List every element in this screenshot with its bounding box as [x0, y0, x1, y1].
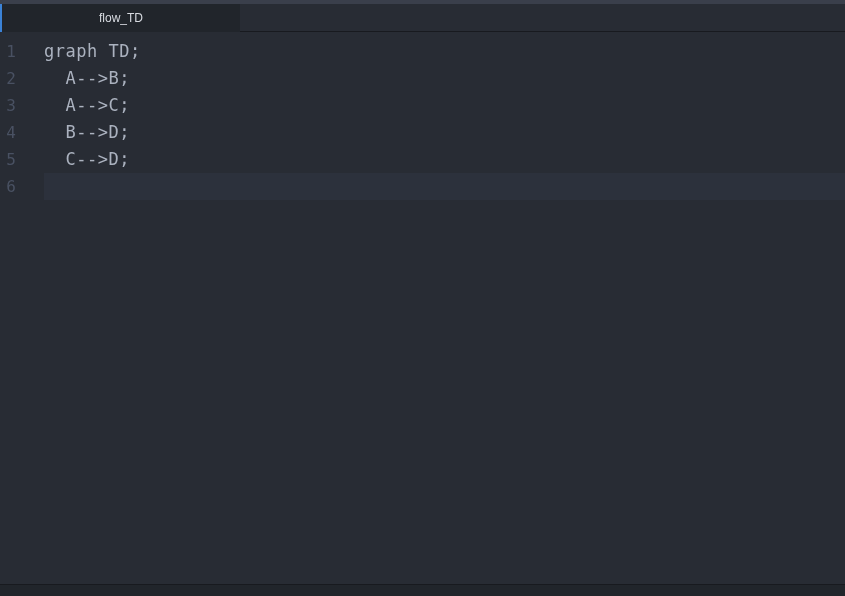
code-area[interactable]: graph TD; A-->B; A-->C; B-->D; C-->D; — [44, 32, 845, 584]
gutter: 1 2 3 4 5 6 — [0, 32, 44, 584]
code-line[interactable]: C-->D; — [44, 146, 845, 173]
code-line[interactable]: B-->D; — [44, 119, 845, 146]
bottom-bar — [0, 584, 845, 596]
line-number: 2 — [0, 65, 44, 92]
line-number: 4 — [0, 119, 44, 146]
code-line[interactable]: A-->C; — [44, 92, 845, 119]
line-number: 3 — [0, 92, 44, 119]
line-number: 5 — [0, 146, 44, 173]
tab-active[interactable]: flow_TD — [0, 4, 240, 32]
tab-label: flow_TD — [99, 11, 143, 25]
code-line[interactable]: A-->B; — [44, 65, 845, 92]
tab-bar: flow_TD — [0, 4, 845, 32]
tab-bar-empty — [240, 4, 845, 32]
line-number: 1 — [0, 38, 44, 65]
editor-area[interactable]: 1 2 3 4 5 6 graph TD; A-->B; A-->C; B-->… — [0, 32, 845, 584]
code-line[interactable]: graph TD; — [44, 38, 845, 65]
line-number: 6 — [0, 173, 44, 200]
code-line-active[interactable] — [44, 173, 845, 200]
